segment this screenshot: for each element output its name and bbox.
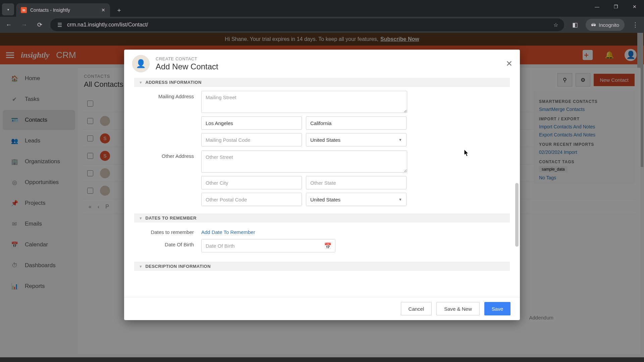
back-button[interactable]: ← [4, 20, 13, 29]
section-description[interactable]: ▼DESCRIPTION INFORMATION [134, 262, 510, 271]
mailing-postal-input[interactable] [201, 133, 302, 146]
add-contact-modal: 👤 CREATE CONTACT Add New Contact ✕ ▼ADDR… [124, 50, 520, 320]
chevron-down-icon: ▼ [398, 197, 402, 201]
other-country-select[interactable]: United States▼ [306, 193, 407, 206]
bookmark-icon[interactable]: ☆ [553, 22, 558, 28]
mailing-city-input[interactable] [201, 116, 302, 130]
close-icon[interactable]: ✕ [506, 59, 513, 68]
other-address-label: Other Address [134, 150, 201, 159]
tab-title: Contacts - Insightly [30, 7, 98, 13]
other-city-input[interactable] [201, 176, 302, 189]
browser-titlebar: ▾ in Contacts - Insightly ✕ ＋ — ❐ ✕ [0, 0, 644, 17]
favicon-icon: in [21, 7, 27, 13]
cancel-button[interactable]: Cancel [401, 302, 432, 315]
add-date-link[interactable]: Add Date To Remember [201, 227, 255, 235]
mailing-street-input[interactable] [201, 91, 407, 113]
forward-button[interactable]: → [19, 20, 29, 29]
reload-button[interactable]: ⟳ [35, 20, 44, 29]
save-and-new-button[interactable]: Save & New [436, 302, 480, 315]
extensions-icon[interactable]: ◧ [570, 20, 580, 29]
section-dates[interactable]: ▼DATES TO REMEMBER [134, 214, 510, 223]
address-bar[interactable]: ☰ crm.na1.insightly.com/list/Contact/ ☆ [50, 18, 564, 31]
modal-overlay[interactable]: 👤 CREATE CONTACT Add New Contact ✕ ▼ADDR… [0, 33, 644, 357]
modal-scrollbar[interactable] [515, 183, 519, 247]
section-label: ADDRESS INFORMATION [145, 80, 201, 85]
other-postal-input[interactable] [201, 193, 302, 206]
url-text: crm.na1.insightly.com/list/Contact/ [67, 22, 148, 28]
section-address[interactable]: ▼ADDRESS INFORMATION [134, 78, 510, 87]
calendar-icon[interactable]: 📅 [324, 242, 331, 250]
chevron-down-icon: ▼ [398, 138, 402, 142]
tab-search-button[interactable]: ▾ [2, 3, 14, 15]
incognito-icon: 🕶 [591, 22, 596, 28]
tab-close-icon[interactable]: ✕ [101, 7, 105, 13]
other-state-input[interactable] [306, 176, 407, 189]
browser-menu-button[interactable]: ⋮ [631, 20, 640, 29]
contact-avatar-placeholder[interactable]: 👤 [132, 55, 150, 72]
modal-footer: Cancel Save & New Save [124, 297, 520, 320]
dob-label: Date Of Birth [134, 239, 201, 247]
chevron-down-icon: ▼ [139, 264, 143, 268]
window-maximize-button[interactable]: ❐ [606, 0, 625, 13]
chevron-down-icon: ▼ [139, 80, 143, 84]
save-button[interactable]: Save [484, 302, 511, 315]
chevron-down-icon: ▼ [139, 216, 143, 220]
browser-toolbar: ← → ⟳ ☰ crm.na1.insightly.com/list/Conta… [0, 17, 644, 33]
select-value: United States [310, 197, 340, 202]
window-close-button[interactable]: ✕ [625, 0, 644, 13]
mailing-address-label: Mailing Address [134, 91, 201, 99]
incognito-indicator[interactable]: 🕶 Incognito [586, 19, 625, 31]
modal-eyebrow: CREATE CONTACT [156, 56, 218, 61]
other-street-input[interactable] [201, 150, 407, 173]
site-info-icon[interactable]: ☰ [56, 21, 63, 28]
modal-header: 👤 CREATE CONTACT Add New Contact ✕ [124, 50, 520, 76]
mailing-state-input[interactable] [306, 116, 407, 130]
browser-tab[interactable]: in Contacts - Insightly ✕ [16, 3, 110, 17]
window-minimize-button[interactable]: — [588, 0, 606, 13]
modal-body: ▼ADDRESS INFORMATION Mailing Address Uni… [124, 76, 520, 297]
modal-title: Add New Contact [156, 62, 218, 71]
mailing-country-select[interactable]: United States▼ [306, 133, 407, 146]
dob-input[interactable] [201, 239, 335, 252]
select-value: United States [310, 137, 340, 143]
incognito-label: Incognito [599, 22, 619, 28]
dates-remember-label: Dates to remember [134, 227, 201, 235]
section-label: DATES TO REMEMBER [145, 216, 196, 221]
page-viewport: Hi Shane. Your trial expires in 14 days.… [0, 33, 644, 357]
section-label: DESCRIPTION INFORMATION [145, 264, 211, 269]
new-tab-button[interactable]: ＋ [114, 5, 124, 15]
